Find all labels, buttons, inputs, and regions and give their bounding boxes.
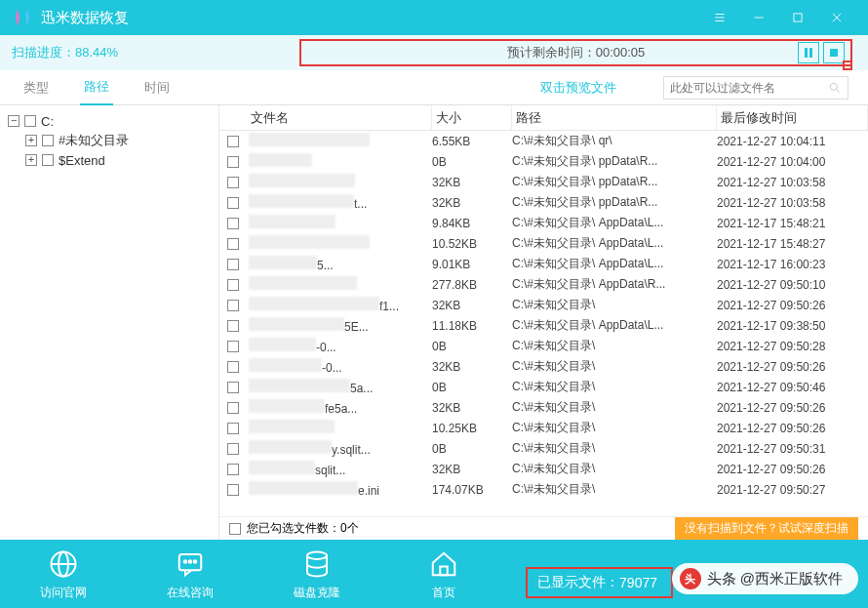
row-checkbox[interactable] xyxy=(227,382,239,393)
website-button[interactable]: 访问官网 xyxy=(20,547,107,601)
title-bar: 迅米数据恢复 xyxy=(0,0,868,35)
search-box[interactable] xyxy=(663,76,848,100)
scan-progress: 扫描进度：88.44% xyxy=(12,44,168,61)
row-checkbox[interactable] xyxy=(227,218,239,229)
row-checkbox[interactable] xyxy=(227,238,239,250)
watermark: 头 头条 @西米正版软件 xyxy=(672,563,858,594)
row-checkbox[interactable] xyxy=(227,300,239,311)
file-row[interactable]: 5E...11.18KBC:\#未知父目录\ AppData\L...2021-… xyxy=(219,315,868,336)
col-path[interactable]: 路径 xyxy=(512,105,717,130)
svg-rect-9 xyxy=(830,49,838,57)
svg-rect-8 xyxy=(809,48,812,58)
file-row[interactable]: 5a...0BC:\#未知父目录\2021-12-27 09:50:46 xyxy=(219,377,868,397)
row-checkbox[interactable] xyxy=(227,423,239,434)
row-checkbox[interactable] xyxy=(227,279,239,291)
row-checkbox[interactable] xyxy=(227,320,239,332)
row-checkbox[interactable] xyxy=(227,177,239,188)
bottom-toolbar: 访问官网 在线咨询 磁盘克隆 首页 已显示文件：79077 头 头条 @西米正版… xyxy=(0,540,868,608)
preview-hint: 双击预览文件 xyxy=(540,79,616,97)
home-icon xyxy=(427,547,460,581)
file-row[interactable]: 10.25KBC:\#未知父目录\2021-12-27 09:50:26 xyxy=(219,418,868,438)
chat-icon xyxy=(174,547,207,581)
row-checkbox[interactable] xyxy=(227,259,239,270)
tab-time[interactable]: 时间 xyxy=(140,71,174,104)
app-logo-icon xyxy=(12,7,33,28)
svg-point-19 xyxy=(307,551,327,559)
row-checkbox[interactable] xyxy=(227,484,239,496)
svg-point-10 xyxy=(830,83,837,90)
highlight-marker xyxy=(843,61,852,70)
tree-root[interactable]: − C: xyxy=(8,111,211,131)
file-row[interactable]: -0...0BC:\#未知父目录\2021-12-27 09:50:28 xyxy=(219,336,868,356)
file-row[interactable]: 6.55KBC:\#未知父目录\ qr\2021-12-27 10:04:11 xyxy=(219,131,868,151)
file-list-header: 文件名 大小 路径 最后修改时间 xyxy=(219,105,868,131)
tree-item[interactable]: + #未知父目录 xyxy=(8,131,211,150)
col-date[interactable]: 最后修改时间 xyxy=(717,105,868,130)
row-checkbox[interactable] xyxy=(227,361,239,373)
home-button[interactable]: 首页 xyxy=(400,547,488,601)
file-list[interactable]: 6.55KBC:\#未知父目录\ qr\2021-12-27 10:04:110… xyxy=(219,131,868,516)
tab-path[interactable]: 路径 xyxy=(80,70,113,105)
svg-point-16 xyxy=(184,560,187,563)
expand-icon[interactable]: + xyxy=(25,154,37,166)
expand-icon[interactable]: + xyxy=(25,135,37,146)
folder-tree: − C: + #未知父目录 + $Extend xyxy=(0,105,219,540)
file-row[interactable]: 9.84KBC:\#未知父目录\ AppData\L...2021-12-17 … xyxy=(219,213,868,233)
col-filename[interactable]: 文件名 xyxy=(247,105,432,130)
row-checkbox[interactable] xyxy=(227,443,239,455)
row-checkbox[interactable] xyxy=(227,402,239,414)
row-checkbox[interactable] xyxy=(227,197,239,209)
close-button[interactable] xyxy=(817,0,856,35)
file-row[interactable]: 10.52KBC:\#未知父目录\ AppData\L...2021-12-17… xyxy=(219,233,868,254)
pause-button[interactable] xyxy=(798,42,819,63)
file-row[interactable]: f1...32KBC:\#未知父目录\2021-12-27 09:50:26 xyxy=(219,295,868,315)
stop-button[interactable] xyxy=(823,42,845,63)
file-row[interactable]: 5...9.01KBC:\#未知父目录\ AppData\L...2021-12… xyxy=(219,254,868,274)
tree-checkbox[interactable] xyxy=(42,135,54,146)
file-row[interactable]: e.ini174.07KBC:\#未知父目录\2021-12-27 09:50:… xyxy=(219,479,868,500)
svg-point-17 xyxy=(189,560,192,563)
tab-type[interactable]: 类型 xyxy=(20,71,53,104)
selected-count: 您已勾选文件数：0个 xyxy=(247,520,359,537)
row-checkbox[interactable] xyxy=(227,464,239,475)
tree-checkbox[interactable] xyxy=(42,154,54,166)
progress-bar: 扫描进度：88.44% 预计剩余时间：00:00:05 xyxy=(0,35,868,70)
file-row[interactable]: t...32KBC:\#未知父目录\ ppData\R...2021-12-27… xyxy=(219,192,868,213)
file-row[interactable]: y.sqlit...0BC:\#未知父目录\2021-12-27 09:50:3… xyxy=(219,438,868,459)
watermark-logo-icon: 头 xyxy=(680,568,701,589)
svg-rect-7 xyxy=(805,48,808,58)
tree-checkbox[interactable] xyxy=(24,115,36,127)
file-row[interactable]: 32KBC:\#未知父目录\ ppData\R...2021-12-27 10:… xyxy=(219,172,868,192)
minimize-button[interactable] xyxy=(739,0,778,35)
row-checkbox[interactable] xyxy=(227,156,239,168)
collapse-icon[interactable]: − xyxy=(8,115,20,127)
file-row[interactable]: sqlit...32KBC:\#未知父目录\2021-12-27 09:50:2… xyxy=(219,459,868,479)
file-row[interactable]: -0...32KBC:\#未知父目录\2021-12-27 09:50:26 xyxy=(219,356,868,377)
search-icon xyxy=(828,81,842,95)
file-row[interactable]: 0BC:\#未知父目录\ ppData\R...2021-12-27 10:04… xyxy=(219,151,868,172)
globe-icon xyxy=(47,547,80,581)
file-row[interactable]: fe5a...32KBC:\#未知父目录\2021-12-27 09:50:26 xyxy=(219,397,868,418)
select-all-checkbox[interactable] xyxy=(229,523,241,535)
clone-button[interactable]: 磁盘克隆 xyxy=(273,547,361,601)
tree-item[interactable]: + $Extend xyxy=(8,150,211,170)
status-line: 您已勾选文件数：0个 没有扫描到文件？试试深度扫描 xyxy=(219,516,868,540)
search-input[interactable] xyxy=(670,81,828,95)
row-checkbox[interactable] xyxy=(227,136,239,147)
menu-icon[interactable] xyxy=(700,0,739,35)
svg-line-11 xyxy=(837,89,840,92)
file-row[interactable]: 277.8KBC:\#未知父目录\ AppData\R...2021-12-27… xyxy=(219,274,868,295)
row-checkbox[interactable] xyxy=(227,341,239,352)
time-remaining-box: 预计剩余时间：00:00:05 xyxy=(299,39,852,66)
chat-button[interactable]: 在线咨询 xyxy=(146,547,234,601)
deep-scan-button[interactable]: 没有扫描到文件？试试深度扫描 xyxy=(675,517,858,540)
svg-point-18 xyxy=(194,560,197,563)
database-icon xyxy=(300,547,334,581)
maximize-button[interactable] xyxy=(778,0,817,35)
col-size[interactable]: 大小 xyxy=(432,105,512,130)
file-count-box: 已显示文件：79077 xyxy=(526,567,673,598)
svg-rect-20 xyxy=(440,566,448,575)
app-title: 迅米数据恢复 xyxy=(41,9,700,27)
svg-rect-4 xyxy=(794,14,802,21)
tab-bar: 类型 路径 时间 双击预览文件 xyxy=(0,70,868,105)
